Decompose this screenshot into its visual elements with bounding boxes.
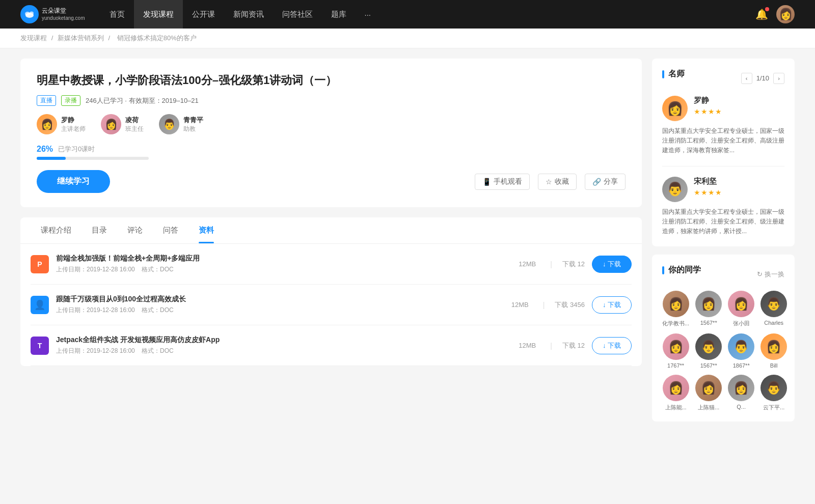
teacher-2: 👨 青青平 助教 [159, 114, 203, 134]
teacher-role-1: 班主任 [125, 125, 144, 133]
tab-catalog[interactable]: 目录 [82, 217, 117, 243]
download-button-1[interactable]: ↓ 下载 [592, 296, 632, 314]
classmate-1[interactable]: 👩 1567** [695, 291, 722, 327]
resource-size-0: 12MB [519, 260, 536, 268]
nav-news[interactable]: 新闻资讯 [224, 0, 273, 29]
classmate-3[interactable]: 👨 Charles [760, 291, 787, 327]
mobile-watch-label: 手机观看 [494, 177, 522, 186]
resource-date-0: 上传日期：2019-12-28 16:00 [56, 266, 135, 273]
teachers-sidebar-card: 名师 ‹ 1/10 › 👩 罗静 ★★★★ [652, 59, 795, 246]
main-layout: 明星中教授课，小学阶段语法100分–强化级第1讲动词（一） 直播 录播 246人… [0, 48, 815, 440]
tab-intro[interactable]: 课程介绍 [31, 217, 82, 243]
resource-item: P 前端全栈加强版！前端全栈+全周期+多端应用 上传日期：2019-12-28 … [31, 244, 632, 285]
resource-item: T Jetpack全组件实战 开发短视频应用高仿皮皮虾App 上传日期：2019… [31, 325, 632, 366]
svg-point-2 [30, 12, 34, 15]
resource-meta-0: 上传日期：2019-12-28 16:00 格式：DOC [56, 265, 511, 274]
classmate-6[interactable]: 👨 1867** [728, 333, 754, 369]
mobile-icon: 📱 [482, 178, 491, 186]
classmate-avatar-5: 👨 [695, 333, 722, 360]
sidebar-teacher-avatar-0: 👩 [662, 96, 688, 121]
resource-icon-1: 👤 [31, 296, 49, 314]
sidebar-teacher-desc-0: 国内某重点大学安全工程专业硕士，国家一级注册消防工程师、注册安全工程师、高级注册… [662, 126, 784, 156]
resource-name-0: 前端全栈加强版！前端全栈+全周期+多端应用 [56, 254, 511, 263]
breadcrumb-discover[interactable]: 发现课程 [20, 34, 47, 42]
classmate-9[interactable]: 👩 上陈猫... [695, 375, 722, 411]
mobile-watch-button[interactable]: 📱 手机观看 [475, 174, 530, 190]
prev-page-btn[interactable]: ‹ [741, 73, 752, 84]
download-button-2[interactable]: ↓ 下载 [592, 337, 632, 354]
classmate-name-8: 上陈能... [665, 404, 687, 411]
classmate-name-4: 1767** [667, 362, 684, 369]
classmate-0[interactable]: 👩 化学教书... [662, 291, 689, 327]
sidebar-teacher-stars-1: ★★★★ [694, 188, 722, 197]
classmate-avatar-3: 👨 [760, 291, 787, 317]
nav-home[interactable]: 首页 [100, 0, 134, 29]
sidebar-area: 名师 ‹ 1/10 › 👩 罗静 ★★★★ [652, 59, 795, 430]
teacher-avatar-1: 👩 [101, 114, 121, 134]
breadcrumb-current: 销冠修炼术搞定80%的客户 [117, 34, 197, 42]
teachers-sidebar-title: 名师 [662, 69, 685, 79]
classmate-avatar-8: 👩 [663, 375, 689, 401]
nav-quiz[interactable]: 题库 [322, 0, 356, 29]
sidebar-teacher-meta-1: 宋利坚 ★★★★ [694, 177, 722, 197]
sidebar-teacher-top-1: 👨 宋利坚 ★★★★ [662, 177, 784, 202]
classmate-name-5: 1567** [700, 362, 717, 369]
resource-size-2: 12MB [519, 342, 536, 349]
refresh-label: 换一换 [765, 270, 784, 279]
user-avatar[interactable]: 👩 [776, 5, 795, 23]
tab-resources[interactable]: 资料 [188, 217, 224, 243]
bell-icon[interactable]: 🔔 [755, 8, 768, 20]
classmate-5[interactable]: 👨 1567** [695, 333, 722, 369]
continue-button[interactable]: 继续学习 [37, 170, 110, 193]
next-page-btn[interactable]: › [773, 73, 784, 84]
sidebar-teacher-top-0: 👩 罗静 ★★★★ [662, 96, 784, 121]
classmate-10[interactable]: 👩 Q... [728, 375, 754, 411]
teacher-1: 👩 凌荷 班主任 [101, 114, 144, 134]
classmate-4[interactable]: 👩 1767** [662, 333, 689, 369]
page-indicator: 1/10 [756, 74, 769, 82]
classmate-8[interactable]: 👩 上陈能... [662, 375, 689, 411]
teacher-info-1: 凌荷 班主任 [125, 116, 144, 133]
nav-items: 首页 发现课程 公开课 新闻资讯 问答社区 题库 ··· [100, 0, 755, 29]
classmate-name-0: 化学教书... [662, 320, 689, 327]
resource-info-0: 前端全栈加强版！前端全栈+全周期+多端应用 上传日期：2019-12-28 16… [56, 254, 511, 274]
sidebar-teacher-name-1: 宋利坚 [694, 177, 722, 186]
classmate-avatar-1: 👩 [695, 291, 722, 317]
classmate-2[interactable]: 👩 张小田 [728, 291, 754, 327]
classmates-title: 你的同学 [662, 265, 701, 275]
sidebar-teacher-1: 👨 宋利坚 ★★★★ 国内某重点大学安全工程专业硕士，国家一级注册消防工程师、注… [662, 177, 784, 237]
refresh-classmates-btn[interactable]: ↻ 换一换 [757, 270, 784, 279]
nav-qa[interactable]: 问答社区 [273, 0, 322, 29]
breadcrumb-series[interactable]: 新媒体营销系列 [58, 34, 104, 42]
logo[interactable]: 云朵课堂yunduoketang.com [20, 5, 85, 23]
tabs-header: 课程介绍 目录 评论 问答 资料 [20, 217, 642, 244]
favorite-button[interactable]: ☆ 收藏 [538, 174, 577, 190]
share-button[interactable]: 🔗 分享 [585, 174, 626, 190]
classmate-name-11: 云下平... [763, 404, 784, 411]
resource-size-1: 12MB [511, 301, 529, 309]
sidebar-teacher-stars-0: ★★★★ [694, 107, 722, 116]
resource-format-1: 格式：DOC [142, 306, 174, 314]
logo-icon [20, 5, 39, 23]
refresh-icon: ↻ [757, 270, 763, 278]
classmate-avatar-2: 👩 [728, 291, 754, 317]
classmate-11[interactable]: 👨 云下平... [760, 375, 787, 411]
resource-list: P 前端全栈加强版！前端全栈+全周期+多端应用 上传日期：2019-12-28 … [20, 244, 642, 366]
nav-more[interactable]: ··· [356, 0, 381, 29]
teacher-role-2: 助教 [183, 125, 203, 133]
svg-point-1 [25, 12, 30, 16]
action-buttons: 📱 手机观看 ☆ 收藏 🔗 分享 [475, 174, 626, 190]
progress-bar-bg [37, 157, 149, 160]
teacher-info-2: 青青平 助教 [183, 116, 203, 133]
course-enrollment: 246人已学习 · 有效期至：2019–10–21 [86, 96, 199, 105]
teacher-info-0: 罗静 主讲老师 [61, 116, 86, 133]
tab-qa[interactable]: 问答 [153, 217, 188, 243]
teacher-role-0: 主讲老师 [61, 125, 86, 133]
download-button-0[interactable]: ↓ 下载 [592, 256, 632, 273]
tab-comments[interactable]: 评论 [117, 217, 153, 243]
classmate-7[interactable]: 👩 Bill [760, 333, 787, 369]
nav-discover[interactable]: 发现课程 [134, 0, 183, 29]
nav-open[interactable]: 公开课 [183, 0, 224, 29]
classmates-card: 你的同学 ↻ 换一换 👩 化学教书... 👩 1567** 👩 [652, 255, 795, 422]
course-actions: 继续学习 📱 手机观看 ☆ 收藏 🔗 分享 [37, 170, 626, 193]
